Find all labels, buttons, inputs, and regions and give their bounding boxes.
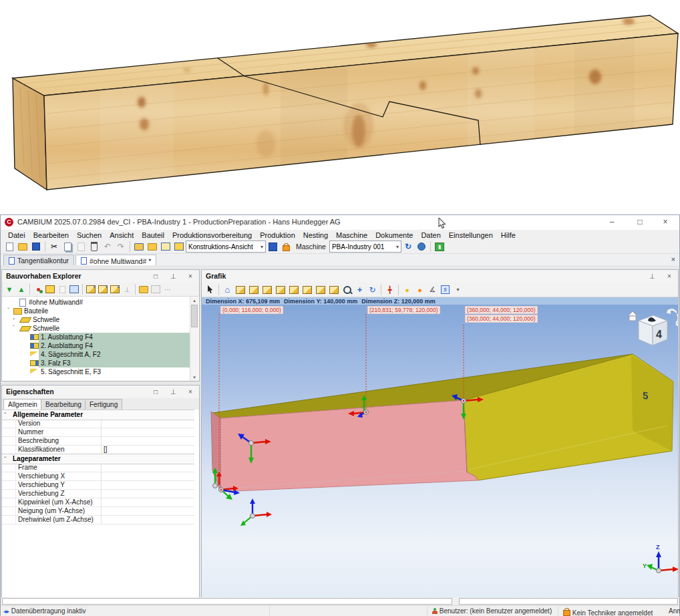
shading-dark-button[interactable]: ● (413, 284, 426, 295)
home-icon-base[interactable] (629, 316, 636, 321)
view-right-button[interactable] (289, 286, 299, 294)
menu-item-nesting[interactable]: Nesting (299, 231, 332, 239)
save-button[interactable] (29, 241, 43, 253)
move-down-button[interactable]: ▼ (3, 284, 15, 295)
explorer-close-button[interactable]: × (186, 272, 195, 281)
view-front-button[interactable] (249, 286, 259, 294)
folder-view-button[interactable] (146, 241, 159, 253)
rotate-z-button[interactable]: Z (109, 284, 121, 295)
section-view-button[interactable]: s (439, 284, 452, 295)
scroll-up-icon[interactable]: ▴ (190, 297, 198, 304)
tree-item-bauteile[interactable]: ˇ Bauteile (2, 307, 190, 315)
tab-close-button[interactable]: × (671, 255, 675, 263)
properties-restore-button[interactable]: □ (151, 388, 160, 396)
delete-button[interactable] (88, 241, 101, 253)
filter-folder-button[interactable] (138, 284, 150, 295)
refresh-button[interactable]: ↻ (401, 241, 415, 253)
prop-row-drehwinkel[interactable]: Drehwinkel (um Z-Achse) (2, 515, 194, 524)
view-rotated-button[interactable] (329, 286, 339, 294)
view-bottom-button[interactable] (316, 286, 325, 294)
home-icon[interactable] (628, 311, 637, 316)
shading-light-button[interactable]: ● (401, 284, 413, 295)
panel-layout-button[interactable] (159, 241, 172, 253)
tree-item-saegeschnitt-4[interactable]: 4. Sägeschnitt A, F2 (2, 350, 190, 359)
grafik-pin-button[interactable]: ⊤ (647, 272, 657, 281)
menu-item-einstellungen[interactable]: Einstellungen (445, 231, 497, 239)
tree-item-falz-3[interactable]: 3. Falz F3 (2, 359, 190, 367)
copy-part-button[interactable] (56, 284, 68, 295)
zoom-button[interactable] (341, 284, 353, 295)
tree-item-ausblattung-1[interactable]: 1. Ausblattung F4 (2, 333, 190, 341)
tab-fertigung[interactable]: Fertigung (85, 399, 122, 410)
beam-model[interactable] (211, 354, 673, 492)
prop-row-verschiebung-y[interactable]: Verschiebung Y (2, 480, 194, 490)
prop-row-verschiebung-z[interactable]: Verschiebung Z (2, 489, 194, 498)
view-iso-button[interactable] (236, 286, 245, 294)
view-left-button[interactable] (276, 286, 285, 294)
network-button[interactable] (415, 241, 428, 253)
rotate-x-button[interactable]: X (85, 284, 97, 295)
prop-row-beschreibung[interactable]: Beschreibung (2, 436, 194, 446)
rotate-y-button[interactable]: Y (97, 284, 109, 295)
tree-item-root[interactable]: #ohne Multiwand# (2, 298, 190, 307)
status-right-truncated[interactable]: Anm (669, 607, 680, 615)
grafik-close-button[interactable]: × (665, 272, 674, 281)
prop-row-neigung[interactable]: Neigung (um Y-Achse) (2, 506, 194, 516)
scroll-down-icon[interactable]: ▾ (190, 373, 198, 381)
new-document-button[interactable] (3, 241, 16, 253)
tree-scrollbar[interactable]: ▴ ▾ (190, 297, 198, 381)
save-view-button[interactable] (266, 241, 279, 253)
grid-layout-button[interactable] (172, 241, 186, 253)
part-info-button[interactable] (68, 284, 80, 295)
tree-item-schwelle-2[interactable]: ˇ Schwelle (2, 324, 190, 333)
rotate-ccw-icon[interactable] (676, 314, 678, 323)
tab-tangentialkontur[interactable]: Tangentialkontur (3, 255, 74, 266)
menu-item-daten[interactable]: Daten (417, 231, 444, 239)
view-top-button[interactable] (303, 286, 312, 294)
prop-row-frame[interactable]: Frame (2, 463, 194, 472)
menu-item-ansicht[interactable]: Ansicht (106, 231, 138, 239)
tab-bearbeitung[interactable]: Bearbeitung (41, 399, 86, 410)
tree-item-schwelle-1[interactable]: › Schwelle (2, 315, 190, 324)
pan-button[interactable]: + (353, 284, 366, 295)
title-bar[interactable]: C CAMBIUM 2025.07.0.2984 dev_CI - PBA-In… (1, 215, 679, 230)
menu-item-bearbeiten[interactable]: Bearbeiten (29, 231, 73, 239)
grafik-3d-viewport[interactable]: 5 4 Z X Y (202, 305, 678, 597)
copy-button[interactable] (61, 241, 74, 253)
more-options-button[interactable]: ⋯ (162, 284, 174, 295)
menu-item-bauteil[interactable]: Bauteil (138, 231, 168, 239)
select-cursor-button[interactable] (204, 284, 216, 295)
properties-close-button[interactable]: × (186, 388, 195, 396)
maximize-button[interactable]: □ (629, 215, 651, 229)
toolbar-overflow-caret[interactable]: ▾ (452, 284, 464, 295)
measure-button[interactable]: ∡ (426, 284, 439, 295)
explorer-restore-button[interactable]: □ (151, 272, 160, 281)
scrollbar-thumb[interactable] (191, 305, 198, 327)
prop-row-klassifikationen[interactable]: Klassifikationen[] (2, 445, 194, 454)
undo-button[interactable]: ↶ (101, 241, 114, 253)
menu-item-dokumente[interactable]: Dokumente (371, 231, 417, 239)
properties-pin-button[interactable]: ⊤ (168, 388, 178, 396)
prop-row-nummer[interactable]: Nummer (2, 428, 194, 437)
explorer-pin-button[interactable]: ⊤ (168, 272, 178, 281)
machine-select[interactable]: PBA-Industry 001▾ (329, 241, 401, 253)
tree-item-saegeschnitt-5[interactable]: 5. Sägeschnitt E, F3 (2, 367, 190, 376)
paste-button[interactable] (74, 241, 88, 253)
menu-item-maschine[interactable]: Maschine (332, 231, 371, 239)
export-folder-button[interactable] (132, 241, 146, 253)
move-up-button[interactable]: ▲ (15, 284, 27, 295)
redo-button[interactable]: ↷ (114, 241, 128, 253)
cut-button[interactable]: ✂ (47, 241, 61, 253)
pin-part-button[interactable]: ⊤ (121, 284, 133, 295)
refresh-tree-button[interactable] (32, 284, 44, 295)
statistics-button[interactable]: ▮ (433, 241, 446, 253)
axis-display-button[interactable]: ╋ (383, 284, 396, 295)
tree-item-ausblattung-2[interactable]: 2. Ausblattung F4 (2, 341, 190, 350)
add-part-button[interactable] (44, 284, 56, 295)
prop-row-version[interactable]: Version (2, 419, 194, 428)
home-view-button[interactable]: ⌂ (221, 284, 234, 295)
menu-item-produktion[interactable]: Produktion (256, 231, 299, 239)
prop-row-kippwinkel[interactable]: Kippwinkel (um X-Achse) (2, 498, 194, 507)
view-option-button[interactable] (150, 284, 162, 295)
minimize-button[interactable]: – (601, 215, 623, 229)
